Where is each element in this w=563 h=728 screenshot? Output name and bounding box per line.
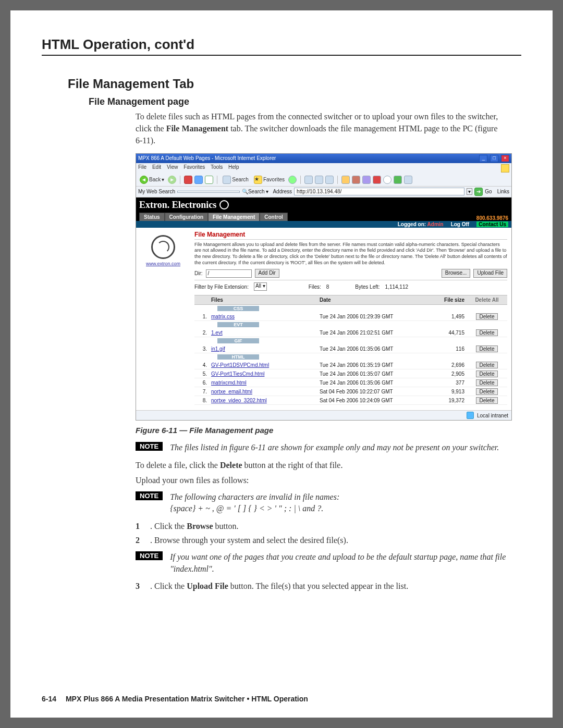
browse-button[interactable]: Browse... [442, 269, 471, 278]
section-header: HTML Operation, cont'd [42, 36, 521, 56]
file-date: Tue 24 Jan 2006 01:35:06 GMT [317, 346, 421, 352]
minimize-icon[interactable]: _ [479, 155, 487, 162]
dir-input[interactable]: / [206, 269, 252, 278]
edit-icon[interactable] [325, 176, 334, 184]
menu-file[interactable]: File [138, 164, 146, 170]
intranet-icon [467, 412, 474, 419]
address-bar-row: My Web Search 🔍Search ▾ Address http://1… [136, 187, 511, 198]
menu-view[interactable]: View [167, 164, 178, 170]
delete-button[interactable]: Delete [476, 388, 498, 395]
menu-edit[interactable]: Edit [152, 164, 161, 170]
note-1: NOTE The files listed in figure 6-11 are… [136, 442, 521, 453]
window-titlebar: MPX 866 A Default Web Pages - Microsoft … [136, 154, 511, 163]
brand-bar: Extron. Electronics [136, 198, 511, 213]
upload-file-button[interactable]: Upload File [473, 269, 507, 278]
file-size: 377 [421, 379, 467, 386]
delete-button[interactable]: Delete [476, 329, 498, 336]
note-2-text: The following characters are invalid in … [170, 491, 339, 515]
favorites-icon[interactable]: ★ [254, 176, 262, 184]
tab-file-management[interactable]: File Management [208, 213, 260, 221]
toolbar-icon-a[interactable] [341, 176, 350, 184]
toolbar-icon-d[interactable] [373, 176, 381, 184]
my-web-search-label: My Web Search [138, 189, 175, 194]
address-input[interactable]: http://10.13.194.48/ [294, 188, 464, 195]
back-button[interactable]: Back [149, 177, 161, 182]
table-row: 8.nortxe_video_3202.htmlSat 04 Feb 2006 … [194, 396, 507, 405]
menu-help[interactable]: Help [228, 164, 239, 170]
history-icon[interactable] [288, 176, 297, 184]
file-link[interactable]: GV-Port1DSVPCmd.html [211, 362, 269, 368]
ie-logo-icon [501, 164, 509, 172]
home-icon[interactable] [205, 176, 213, 184]
menubar: File Edit View Favorites Tools Help [136, 163, 511, 174]
maximize-icon[interactable]: □ [490, 155, 498, 162]
toolbar-icon-g[interactable] [404, 176, 412, 184]
tab-control[interactable]: Control [260, 213, 288, 221]
delete-button[interactable]: Delete [476, 379, 498, 386]
print-icon[interactable] [315, 176, 323, 184]
menu-tools[interactable]: Tools [211, 164, 223, 170]
left-sidebar: www.extron.com [136, 228, 190, 411]
file-size: 2,905 [421, 371, 467, 377]
file-link[interactable]: matrixcmd.html [211, 380, 247, 386]
file-date: Tue 24 Jan 2006 01:35:06 GMT [317, 379, 421, 386]
delete-button[interactable]: Delete [476, 346, 498, 352]
file-size: 2,696 [421, 362, 467, 368]
file-link[interactable]: nortxe_email.html [211, 389, 252, 394]
menu-favorites[interactable]: Favorites [183, 164, 205, 170]
fm-dir-row: Dir: / Add Dir Browse... Upload File [194, 269, 507, 280]
search-icon[interactable] [223, 176, 231, 184]
toolbar-icon-c[interactable] [362, 176, 371, 184]
refresh-icon[interactable] [194, 176, 203, 184]
extron-link[interactable]: www.extron.com [138, 261, 188, 266]
search-dropdown[interactable]: 🔍Search ▾ [242, 189, 268, 194]
file-size: 116 [421, 346, 467, 352]
file-link[interactable]: matrix.css [211, 314, 235, 319]
forward-icon[interactable]: ► [168, 176, 176, 184]
toolbar-icon-e[interactable] [383, 176, 391, 184]
links-label[interactable]: Links [497, 189, 509, 194]
delete-button[interactable]: Delete [476, 313, 498, 320]
fm-title: File Management [194, 231, 507, 240]
my-web-search-input[interactable] [177, 191, 240, 193]
back-icon[interactable]: ◄ [140, 176, 148, 184]
ie-toolbar: ◄Back ▾ ► Search ★Favorites [136, 174, 511, 187]
h1-file-mgmt-tab: File Management Tab [68, 77, 521, 91]
note-badge: NOTE [136, 551, 163, 560]
add-dir-button[interactable]: Add Dir [255, 269, 279, 278]
file-date: Tue 24 Jan 2006 01:35:07 GMT [317, 371, 421, 377]
delete-button[interactable]: Delete [476, 371, 498, 377]
delete-button[interactable]: Delete [476, 397, 498, 404]
contact-us-button[interactable]: Contact Us [476, 221, 508, 227]
file-group-header: CSS [217, 306, 259, 311]
close-icon[interactable]: × [501, 155, 509, 162]
mail-icon[interactable] [304, 176, 313, 184]
address-dropdown[interactable]: ▾ [467, 188, 472, 195]
stop-icon[interactable] [184, 176, 192, 184]
go-button[interactable]: ➔ [474, 188, 483, 196]
toolbar-icon-b[interactable] [352, 176, 360, 184]
toolbar-icon-f[interactable] [394, 176, 402, 184]
file-link[interactable]: GV-Port1TiesCmd.html [211, 371, 264, 377]
file-link[interactable]: 1.evt [211, 330, 223, 336]
row-index: 2. [194, 329, 209, 336]
table-header: Files Date File size Delete All [194, 295, 507, 305]
search-button[interactable]: Search [232, 177, 249, 182]
file-link[interactable]: in1.gif [211, 346, 225, 352]
filter-select[interactable]: All ▾ [254, 282, 267, 291]
file-group-header: EVT [217, 322, 259, 327]
window-buttons: _ □ × [478, 155, 509, 162]
logged-user: Admin [427, 221, 444, 227]
tab-status[interactable]: Status [139, 213, 165, 221]
delete-all-button[interactable]: Delete All [475, 297, 498, 303]
extron-swirl-icon [151, 235, 175, 259]
row-index: 5. [194, 371, 209, 377]
delete-button[interactable]: Delete [476, 362, 498, 368]
favorites-button[interactable]: Favorites [263, 177, 285, 182]
document-page: HTML Operation, cont'd File Management T… [10, 10, 553, 718]
note-1-text: The files listed in figure 6-11 are show… [170, 442, 499, 453]
tab-configuration[interactable]: Configuration [165, 213, 209, 221]
logoff-link[interactable]: Log Off [451, 221, 470, 227]
file-link[interactable]: nortxe_video_3202.html [211, 398, 267, 403]
brand-swirl-icon [219, 200, 229, 209]
